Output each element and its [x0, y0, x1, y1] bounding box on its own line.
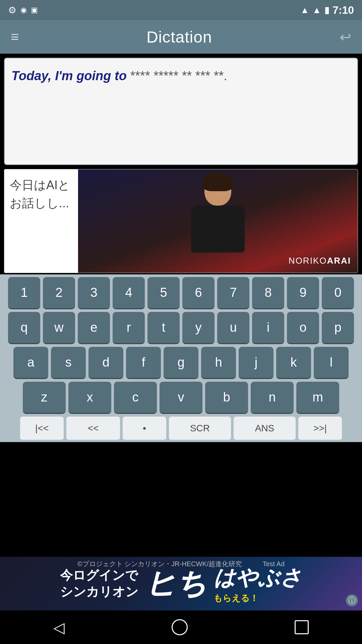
speaker-figure	[191, 175, 245, 253]
key-7[interactable]: 7	[217, 277, 249, 309]
key-0[interactable]: 0	[322, 277, 354, 309]
key-2[interactable]: 2	[43, 277, 75, 309]
highlighted-text: Today, I'm going to	[11, 69, 127, 83]
key-6[interactable]: 6	[182, 277, 215, 309]
key-q[interactable]: q	[8, 312, 40, 344]
sim-icon: ◉	[20, 6, 27, 14]
key-v[interactable]: v	[160, 382, 202, 414]
sd-icon: ▣	[31, 6, 38, 14]
key-j[interactable]: j	[239, 347, 274, 379]
keyboard-row-controls: |<< << • SCR ANS >>|	[1, 417, 361, 441]
nav-home-button[interactable]	[172, 619, 188, 635]
ad-japanese-text: 今ログインでシンカリオン	[60, 567, 138, 600]
ad-content: 今ログインでシンカリオン ヒち はやぶさ もらえる！	[60, 563, 302, 604]
key-d[interactable]: d	[88, 347, 123, 379]
status-icons-right: ▲ ▲ ▮ 7:10	[300, 4, 354, 16]
keyboard-row-qwerty: q w e r t y u i o p	[1, 312, 361, 344]
key-c[interactable]: c	[114, 382, 157, 414]
time-display: 7:10	[333, 4, 354, 16]
key-prev[interactable]: <<	[66, 417, 120, 441]
keyboard-row-asdf: a s d f g h j k l	[1, 347, 361, 379]
japanese-text: 今日はAIとお話しし...	[10, 178, 70, 210]
gear-icon: ⚙	[8, 5, 16, 16]
key-l[interactable]: l	[314, 347, 349, 379]
video-section: 今日はAIとお話しし... NORIKOARAI	[4, 169, 358, 273]
key-i[interactable]: i	[252, 312, 284, 344]
menu-button[interactable]: ≡	[11, 29, 19, 45]
key-4[interactable]: 4	[113, 277, 145, 309]
key-1[interactable]: 1	[8, 277, 40, 309]
key-x[interactable]: x	[68, 382, 111, 414]
signal-icon: ▲	[312, 5, 321, 15]
status-bar: ⚙ ◉ ▣ ▲ ▲ ▮ 7:10	[0, 0, 362, 20]
dictation-text-area[interactable]: Today, I'm going to **** ***** ** *** **…	[4, 58, 358, 165]
key-o[interactable]: o	[287, 312, 319, 344]
nav-back-button[interactable]: ◁	[53, 619, 65, 636]
ad-extra-text: もらえる！	[214, 592, 258, 604]
back-button[interactable]: ↩	[340, 29, 351, 45]
key-n[interactable]: n	[251, 382, 294, 414]
key-b[interactable]: b	[205, 382, 248, 414]
key-p[interactable]: p	[322, 312, 354, 344]
key-z[interactable]: z	[23, 382, 66, 414]
status-icons-left: ⚙ ◉ ▣	[8, 5, 38, 16]
key-a[interactable]: a	[13, 347, 48, 379]
speaker-head	[204, 175, 231, 206]
video-panel[interactable]: NORIKOARAI	[78, 169, 358, 273]
speaker-first-name: NORIKO	[289, 256, 327, 266]
key-w[interactable]: w	[43, 312, 75, 344]
key-h[interactable]: h	[201, 347, 236, 379]
ad-label: ©プロジェクト シンカリオン・JR-HECWK/超進化研究 Test Ad	[77, 559, 285, 569]
key-r[interactable]: r	[113, 312, 145, 344]
ad-banner[interactable]: ©プロジェクト シンカリオン・JR-HECWK/超進化研究 Test Ad 今ロ…	[0, 557, 362, 610]
dictation-text: Today, I'm going to **** ***** ** *** **…	[11, 66, 351, 86]
key-m[interactable]: m	[296, 382, 339, 414]
key-y[interactable]: y	[182, 312, 215, 344]
key-jump-end[interactable]: >>|	[298, 417, 342, 441]
key-u[interactable]: u	[217, 312, 249, 344]
japanese-subtitle-panel: 今日はAIとお話しし...	[4, 169, 78, 273]
key-t[interactable]: t	[147, 312, 180, 344]
nav-recent-button[interactable]	[295, 620, 309, 634]
asterisks-text: **** ***** ** *** **.	[127, 69, 227, 83]
key-dot[interactable]: •	[123, 417, 166, 441]
speaker-body	[191, 206, 245, 253]
key-k[interactable]: k	[276, 347, 311, 379]
speaker-name-badge: NORIKOARAI	[289, 256, 351, 266]
navigation-bar: ◁	[0, 610, 362, 644]
battery-icon: ▮	[324, 5, 329, 15]
key-5[interactable]: 5	[147, 277, 180, 309]
video-frame: NORIKOARAI	[78, 169, 358, 273]
key-8[interactable]: 8	[252, 277, 284, 309]
wifi-icon: ▲	[300, 5, 309, 15]
key-jump-start[interactable]: |<<	[20, 417, 64, 441]
keyboard: 1 2 3 4 5 6 7 8 9 0 q w e r t y u i o p …	[0, 274, 362, 442]
key-ans[interactable]: ANS	[234, 417, 296, 441]
speaker-last-name: ARAI	[327, 256, 351, 266]
keyboard-row-zxcv: z x c v b n m	[1, 382, 361, 414]
key-9[interactable]: 9	[287, 277, 319, 309]
key-s[interactable]: s	[51, 347, 86, 379]
app-header: ≡ Dictation ↩	[0, 20, 362, 54]
key-e[interactable]: e	[78, 312, 110, 344]
page-title: Dictation	[146, 28, 212, 46]
speaker-hair	[202, 173, 233, 191]
key-f[interactable]: f	[126, 347, 161, 379]
key-3[interactable]: 3	[78, 277, 110, 309]
key-g[interactable]: g	[164, 347, 198, 379]
key-scr[interactable]: SCR	[169, 417, 231, 441]
ad-info-icon[interactable]: ⓘ	[346, 594, 358, 606]
ad-logo-text: ヒち	[145, 563, 207, 604]
keyboard-row-numbers: 1 2 3 4 5 6 7 8 9 0	[1, 277, 361, 309]
